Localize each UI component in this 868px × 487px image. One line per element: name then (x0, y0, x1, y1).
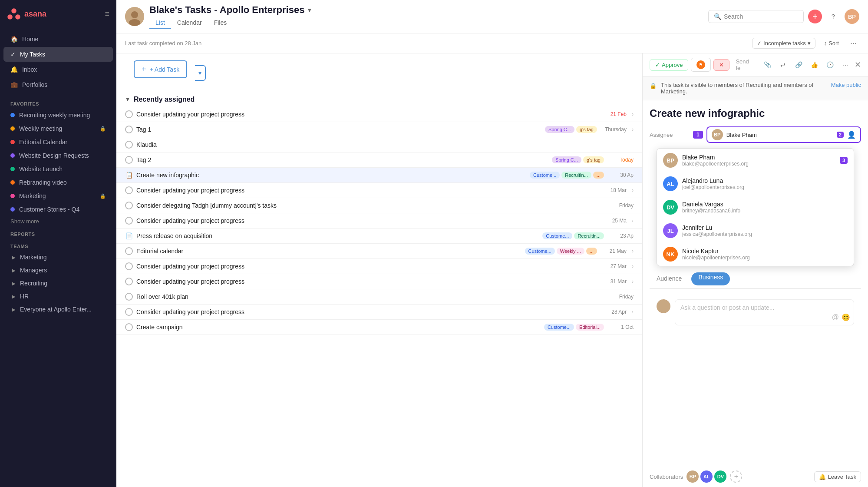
task-check[interactable] (125, 323, 133, 331)
sidebar-fav-weekly[interactable]: Weekly meeting 🔒 (3, 122, 113, 135)
link-button[interactable]: 🔗 (792, 58, 805, 71)
task-check[interactable] (125, 202, 133, 209)
table-row[interactable]: Tag 1 Spring C...g's tag Thursday › (116, 122, 642, 137)
assignee-input[interactable] (726, 132, 833, 138)
table-row[interactable]: Consider updating your project progress … (116, 213, 642, 229)
table-row[interactable]: Consider updating your project progress … (116, 107, 642, 122)
fav-dot-recruiting (10, 113, 15, 117)
task-check[interactable] (125, 141, 133, 149)
sidebar-team-everyone[interactable]: ▶Everyone at Apollo Enter... (0, 303, 116, 316)
table-row[interactable]: Consider updating your project progress … (116, 274, 642, 289)
person-avatar-alejandro: AL (663, 176, 678, 191)
dropdown-person-nicole[interactable]: NK Nicole Kaptur nicole@apolloenterprise… (657, 242, 854, 266)
task-check[interactable] (125, 126, 133, 133)
approve-button[interactable]: ✓ Approve (650, 59, 688, 71)
more-options-button[interactable]: ··· (848, 37, 859, 50)
table-row[interactable]: Roll over 401k plan Friday (116, 289, 642, 305)
clock-button[interactable]: 🕐 (823, 58, 836, 71)
show-more-link[interactable]: Show more (0, 216, 116, 226)
collab-avatar-2: AL (700, 470, 713, 483)
tab-audience[interactable]: Audience (650, 272, 689, 286)
sidebar-item-my-tasks[interactable]: ✓ My Tasks (3, 47, 113, 62)
comment-input-box[interactable]: Ask a question or post an update... @ 😊 (675, 299, 854, 325)
task-check[interactable] (125, 278, 133, 285)
sidebar-fav-marketing[interactable]: Marketing 🔒 (3, 189, 113, 202)
table-row[interactable]: Consider delegating Tadgh [dummy account… (116, 198, 642, 213)
approval-icon: 📋 (125, 171, 133, 179)
sidebar-team-marketing[interactable]: ▶Marketing (0, 251, 116, 264)
user-avatar-small[interactable]: BP (845, 9, 859, 24)
paperclip-button[interactable]: 📎 (761, 58, 774, 71)
table-row[interactable]: 📋 Create new infographic Custome...Recru… (116, 168, 642, 183)
sidebar-team-managers[interactable]: ▶Managers (0, 264, 116, 277)
add-button[interactable]: + (808, 10, 822, 23)
task-check[interactable] (125, 186, 133, 194)
chevron-down-icon[interactable]: ▾ (308, 7, 311, 13)
assignee-input-area[interactable]: BP 2 👤 (706, 126, 861, 143)
sidebar-fav-website-design[interactable]: Website Design Requests (3, 149, 113, 162)
add-collaborator-button[interactable]: + (730, 470, 742, 483)
task-tags: Custome...Recruitin... (542, 232, 604, 239)
search-icon: 🔍 (714, 13, 721, 20)
task-check[interactable] (125, 156, 133, 164)
task-date: Thursday (601, 126, 627, 133)
share-button[interactable]: ⇄ (776, 58, 789, 71)
dropdown-person-alejandro[interactable]: AL Alejandro Luna joel@apolloenterprises… (657, 172, 854, 195)
sidebar-item-portfolios[interactable]: 💼 Portfolios (3, 77, 113, 92)
task-chevron-icon: › (632, 263, 634, 269)
make-public-button[interactable]: Make public (831, 82, 861, 88)
task-check[interactable] (125, 262, 133, 270)
dropdown-person-daniela[interactable]: DV Daniela Vargas britney@randasana6.inf… (657, 195, 854, 219)
table-row[interactable]: Consider updating your project progress … (116, 259, 642, 274)
table-row[interactable]: Create campaign Custome...Editorial... 1… (116, 320, 642, 335)
send-field[interactable]: Send fe (732, 58, 758, 71)
sidebar-fav-customer-stories[interactable]: Customer Stories - Q4 (3, 203, 113, 216)
sidebar-item-inbox[interactable]: 🔔 Inbox (3, 62, 113, 77)
person-avatar-blake: BP (663, 153, 678, 168)
leave-task-button[interactable]: 🔔 Leave Task (814, 471, 861, 482)
sidebar-logo: asana ≡ (0, 0, 116, 28)
more-panel-button[interactable]: ··· (839, 58, 852, 71)
incomplete-tasks-button[interactable]: ✓ Incomplete tasks ▾ (752, 38, 815, 49)
sort-button[interactable]: ↕ Sort (821, 38, 842, 48)
flag-button[interactable]: ⚑ (691, 58, 711, 72)
help-button[interactable]: ? (826, 10, 840, 23)
dropdown-person-blake[interactable]: BP Blake Pham blake@apolloenterprises.or… (657, 149, 854, 172)
tab-calendar[interactable]: Calendar (171, 17, 208, 29)
close-panel-button[interactable]: ✕ (855, 60, 861, 70)
expand-arrow-icon: ▶ (12, 294, 16, 299)
add-task-dropdown[interactable]: ▾ (195, 65, 206, 81)
sidebar-fav-website-launch[interactable]: Website Launch (3, 162, 113, 176)
table-row[interactable]: Consider updating your project progress … (116, 305, 642, 320)
table-row[interactable]: Klaudia (116, 137, 642, 152)
sidebar-fav-rebranding[interactable]: Rebranding video (3, 176, 113, 189)
section-header-recently-assigned[interactable]: ▼ Recently assigned (116, 92, 642, 107)
tab-files[interactable]: Files (208, 17, 233, 29)
dropdown-person-jennifer[interactable]: JL Jennifer Lu jessica@apolloenterprises… (657, 219, 854, 242)
table-row[interactable]: Editorial calendar Custome...Weekly ....… (116, 244, 642, 259)
fav-dot-website-launch (10, 167, 15, 171)
tab-list[interactable]: List (149, 17, 171, 29)
add-task-button[interactable]: + + Add Task (134, 60, 187, 78)
emoji-icon[interactable]: 😊 (842, 313, 850, 321)
table-row[interactable]: Consider updating your project progress … (116, 183, 642, 198)
table-row[interactable]: 📄 Press release on acquisition Custome..… (116, 229, 642, 244)
person-email-nicole: nicole@apolloenterprises.org (682, 255, 750, 261)
task-check[interactable] (125, 308, 133, 316)
task-check[interactable] (125, 110, 133, 118)
sidebar-toggle[interactable]: ≡ (105, 10, 109, 19)
table-row[interactable]: Tag 2 Spring C...g's tag Today (116, 152, 642, 168)
task-check[interactable] (125, 217, 133, 225)
reject-button[interactable]: ✕ (713, 59, 729, 71)
at-icon[interactable]: @ (832, 313, 839, 321)
sidebar-team-hr[interactable]: ▶HR (0, 290, 116, 303)
tab-business[interactable]: Business (691, 272, 730, 285)
sidebar-fav-editorial[interactable]: Editorial Calendar (3, 136, 113, 149)
thumbs-up-button[interactable]: 👍 (808, 58, 821, 71)
sidebar-team-recruiting[interactable]: ▶Recruiting (0, 277, 116, 290)
task-check[interactable] (125, 247, 133, 255)
search-box[interactable]: 🔍 Search (708, 10, 804, 23)
sidebar-item-home[interactable]: 🏠 Home (3, 32, 113, 46)
sidebar-fav-recruiting[interactable]: Recruiting weekly meeting (3, 109, 113, 122)
task-check[interactable] (125, 293, 133, 301)
